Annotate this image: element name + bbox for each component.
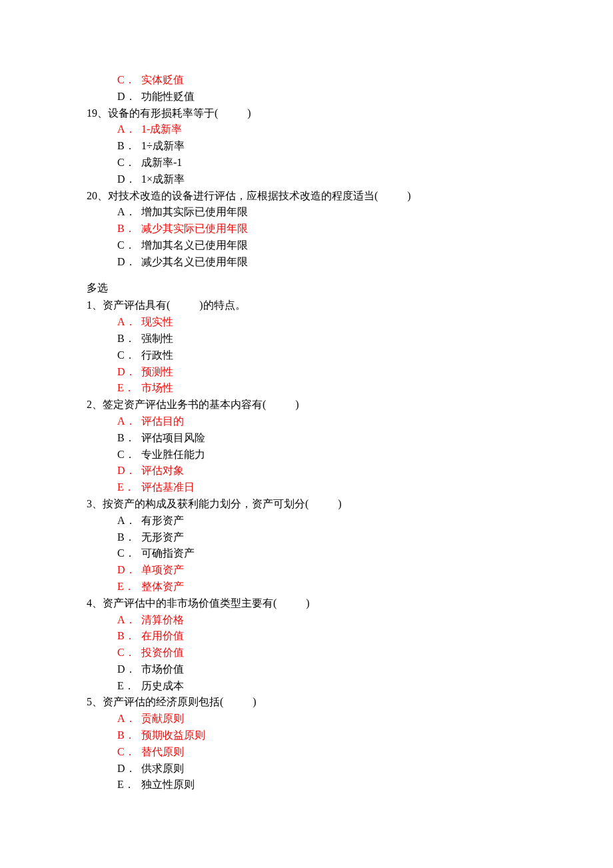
option-text: 可确指资产: [141, 547, 195, 559]
section-heading-multi: 多选: [87, 280, 560, 297]
option-label: C．: [117, 72, 141, 89]
document-page: C．实体贬值D．功能性贬值 19、设备的有形损耗率等于()A．1-成新率B．1÷…: [0, 0, 613, 868]
option-label: A．: [117, 413, 141, 430]
option-text: 市场性: [141, 382, 173, 393]
option-label: E．: [117, 678, 141, 695]
question-stem: 20、对技术改造的设备进行评估，应根据技术改造的程度适当(): [87, 188, 560, 205]
option-line: C．实体贬值: [87, 72, 560, 89]
option-text: 预期收益原则: [141, 729, 205, 741]
option-line: C．投资价值: [87, 645, 560, 661]
option-text: 评估对象: [141, 465, 184, 476]
option-label: B．: [117, 221, 141, 237]
option-label: E．: [117, 777, 141, 793]
question-stem-before: 资产评估的经济原则包括(: [103, 696, 223, 707]
option-label: C．: [117, 447, 141, 463]
option-label: B．: [117, 138, 141, 155]
option-text: 实体贬值: [141, 74, 184, 85]
option-text: 增加其实际已使用年限: [141, 206, 248, 217]
option-text: 无形资产: [141, 531, 184, 543]
single-choice-block: 19、设备的有形损耗率等于()A．1-成新率B．1÷成新率C．成新率-1D．1×…: [87, 105, 560, 271]
question-stem: 19、设备的有形损耗率等于(): [87, 105, 560, 122]
option-label: D．: [117, 254, 141, 271]
section-heading-text: 多选: [87, 282, 108, 293]
question-stem-after: ): [295, 399, 299, 410]
option-text: 行政性: [141, 349, 173, 361]
option-line: B．在用价值: [87, 628, 560, 645]
option-line: E．整体资产: [87, 579, 560, 595]
question-stem-after: )的特点。: [199, 299, 245, 311]
option-label: C．: [117, 545, 141, 562]
option-line: B．减少其实际已使用年限: [87, 221, 560, 237]
option-text: 增加其名义已使用年限: [141, 239, 248, 251]
option-label: B．: [117, 430, 141, 447]
option-line: E．独立性原则: [87, 777, 560, 793]
option-label: A．: [117, 513, 141, 529]
option-line: A．清算价格: [87, 612, 560, 629]
option-label: E．: [117, 380, 141, 397]
question-stem: 3、按资产的构成及获利能力划分，资产可划分(): [87, 496, 560, 513]
question-number: 19、: [87, 107, 108, 119]
option-line: B．无形资产: [87, 529, 560, 546]
option-text: 减少其实际已使用年限: [141, 223, 248, 234]
option-line: A．有形资产: [87, 513, 560, 529]
option-text: 有形资产: [141, 515, 184, 526]
option-label: A．: [117, 612, 141, 629]
question-stem-before: 资产评估具有(: [103, 299, 170, 311]
question-stem-after: ): [247, 107, 251, 119]
option-line: B．1÷成新率: [87, 138, 560, 155]
option-line: D．市场价值: [87, 661, 560, 678]
option-line: D．供求原则: [87, 761, 560, 777]
option-text: 市场价值: [141, 663, 184, 675]
option-label: D．: [117, 364, 141, 381]
multi-choice-block: 1、资产评估具有()的特点。A．现实性B．强制性C．行政性D．预测性E．市场性2…: [87, 297, 560, 793]
option-label: C．: [117, 237, 141, 254]
question-stem-after: ): [338, 498, 341, 509]
question-number: 20、: [87, 190, 108, 201]
option-label: E．: [117, 579, 141, 595]
option-label: D．: [117, 171, 141, 188]
option-label: A．: [117, 204, 141, 221]
option-label: A．: [117, 121, 141, 138]
question-stem-before: 设备的有形损耗率等于(: [108, 107, 218, 119]
option-label: C．: [117, 155, 141, 171]
question-stem-after: ): [407, 190, 410, 201]
option-line: E．市场性: [87, 380, 560, 397]
question-number: 4、: [87, 597, 103, 609]
option-text: 供求原则: [141, 763, 184, 774]
option-line: B．评估项目风险: [87, 430, 560, 447]
option-text: 1×成新率: [141, 173, 185, 185]
option-text: 单项资产: [141, 564, 184, 575]
option-text: 1-成新率: [141, 123, 182, 135]
question-stem-before: 签定资产评估业务书的基本内容有(: [103, 399, 266, 410]
option-text: 在用价值: [141, 630, 184, 641]
question-stem: 1、资产评估具有()的特点。: [87, 297, 560, 314]
option-line: D．减少其名义已使用年限: [87, 254, 560, 271]
option-text: 清算价格: [141, 614, 184, 625]
option-text: 贡献原则: [141, 713, 184, 724]
option-label: C．: [117, 744, 141, 761]
option-text: 功能性贬值: [141, 91, 195, 102]
option-line: D．单项资产: [87, 562, 560, 579]
option-label: A．: [117, 711, 141, 727]
option-text: 历史成本: [141, 680, 184, 691]
option-label: B．: [117, 331, 141, 347]
question-stem: 5、资产评估的经济原则包括(): [87, 694, 560, 711]
option-text: 减少其名义已使用年限: [141, 256, 248, 267]
option-text: 整体资产: [141, 581, 184, 592]
option-label: C．: [117, 645, 141, 661]
option-line: A．1-成新率: [87, 121, 560, 138]
option-line: C．替代原则: [87, 744, 560, 761]
option-line: E．历史成本: [87, 678, 560, 695]
option-label: D．: [117, 661, 141, 678]
option-label: D．: [117, 89, 141, 105]
option-text: 成新率-1: [141, 157, 182, 168]
option-label: B．: [117, 529, 141, 546]
question-stem: 2、签定资产评估业务书的基本内容有(): [87, 397, 560, 413]
option-text: 评估目的: [141, 415, 184, 427]
question-stem: 4、资产评估中的非市场价值类型主要有(): [87, 595, 560, 612]
option-text: 替代原则: [141, 746, 184, 757]
option-line: E．评估基准日: [87, 479, 560, 496]
option-line: C．可确指资产: [87, 545, 560, 562]
option-text: 评估项目风险: [141, 432, 205, 443]
question-stem-before: 按资产的构成及获利能力划分，资产可划分(: [103, 498, 308, 509]
